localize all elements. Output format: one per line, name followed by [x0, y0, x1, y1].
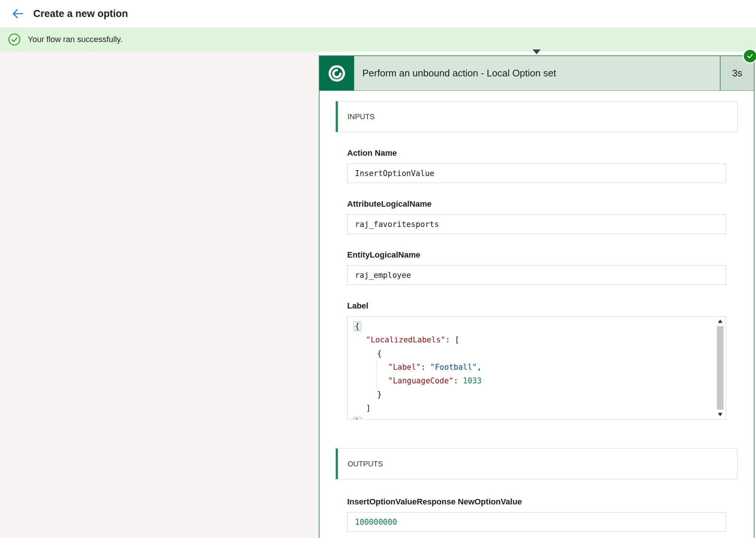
field-label-action-name: Action Name: [347, 148, 726, 158]
field-label-entity-logical-name: EntityLogicalName: [347, 250, 726, 260]
field-label-attribute-logical-name: AttributeLogicalName: [347, 199, 726, 209]
indent-guide: [377, 361, 377, 388]
action-card-body: INPUTS Action Name InsertOptionValue Att…: [319, 91, 754, 538]
action-title: Perform an unbound action - Local Option…: [362, 68, 556, 79]
label-code-block[interactable]: {"LocalizedLabels": [{"Label": "Football…: [347, 316, 726, 420]
action-title-area: Perform an unbound action - Local Option…: [354, 56, 720, 90]
scroll-down-icon[interactable]: [718, 413, 722, 416]
dataverse-icon: [327, 63, 347, 83]
action-card: Perform an unbound action - Local Option…: [319, 55, 755, 538]
scrollbar-thumb[interactable]: [717, 326, 723, 410]
outputs-section-header: OUTPUTS: [336, 448, 738, 479]
page-title: Create a new option: [33, 8, 128, 20]
scroll-up-icon[interactable]: [718, 320, 722, 323]
banner-message: Your flow ran successfully.: [28, 35, 123, 44]
outputs-fields: InsertOptionValueResponse NewOptionValue…: [347, 497, 726, 532]
back-arrow-icon: [11, 7, 24, 20]
success-check-icon: [8, 33, 21, 46]
action-card-header[interactable]: Perform an unbound action - Local Option…: [319, 56, 754, 91]
back-button[interactable]: [10, 6, 25, 21]
label-code-lines: {"LocalizedLabels": [{"Label": "Football…: [348, 317, 726, 420]
outputs-section-label: OUTPUTS: [348, 460, 383, 468]
status-succeeded-badge: [743, 49, 756, 63]
field-value-action-name: InsertOptionValue: [347, 163, 726, 183]
inputs-fields: Action Name InsertOptionValue AttributeL…: [347, 148, 726, 420]
field-value-new-option-value: 100000000: [347, 512, 726, 532]
inputs-section-label: INPUTS: [348, 113, 374, 121]
field-label-new-option-value: InsertOptionValueResponse NewOptionValue: [347, 497, 726, 507]
topbar: Create a new option: [0, 0, 756, 27]
dataverse-icon-box: [319, 56, 354, 90]
run-details-panel: Perform an unbound action - Local Option…: [318, 52, 756, 538]
field-value-attribute-logical-name: raj_favoritesports: [347, 214, 726, 234]
badge-check-icon: [746, 52, 754, 60]
field-label-label: Label: [347, 301, 726, 311]
connector-down-arrow-icon: [533, 49, 541, 54]
code-scrollbar[interactable]: [716, 318, 724, 418]
success-banner: Your flow ran successfully.: [0, 27, 756, 52]
field-value-entity-logical-name: raj_employee: [347, 265, 726, 285]
inputs-section-header: INPUTS: [336, 101, 738, 132]
